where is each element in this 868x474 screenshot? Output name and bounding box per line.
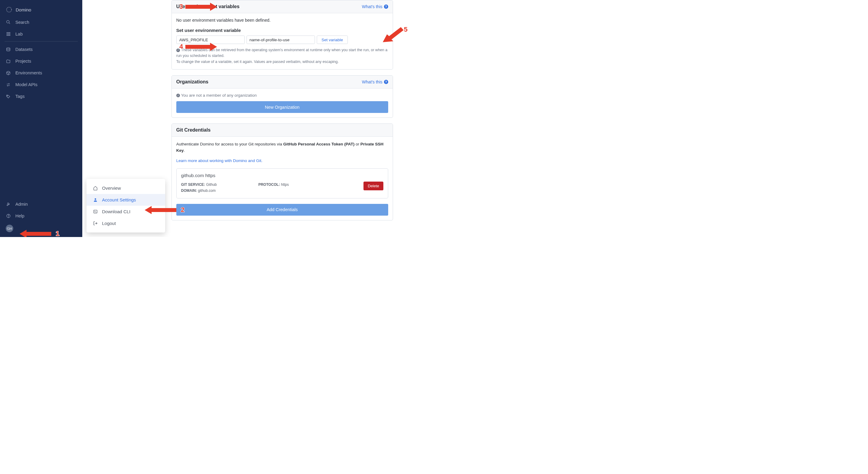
add-credentials-button[interactable]: Add Credentials [176,204,388,215]
domino-logo-icon [6,6,12,13]
user-initials: GH [7,227,12,230]
svg-rect-3 [7,32,7,33]
panel-title: User environment variables [176,4,240,9]
info-icon: i [176,94,180,97]
sidebar-label: Tags [16,94,25,99]
help-icon [6,213,11,218]
sidebar-label: Environments [16,70,42,75]
cred-meta-left: GIT SERVICE: Github DOMAIN: github.com [181,181,217,194]
env-name-input[interactable] [176,36,245,44]
user-menu-label: Logout [102,221,116,226]
svg-rect-10 [8,35,9,36]
svg-point-16 [95,198,96,200]
sidebar-item-datasets[interactable]: Datasets [0,44,82,56]
svg-rect-8 [9,33,10,34]
user-menu-label: Overview [102,185,121,191]
panel-user-env-vars: User environment variables What's this ?… [172,0,393,70]
set-variable-button[interactable]: Set variable [317,36,348,44]
sidebar-item-lab[interactable]: Lab [0,28,82,40]
git-learn-more-link[interactable]: Learn more about working with Domino and… [176,159,262,163]
svg-rect-5 [9,32,10,33]
panel-header-env: User environment variables What's this ? [172,0,393,13]
swap-icon [6,82,11,87]
brand-label: Domino [16,7,31,12]
cred-name: github.com https [181,173,383,178]
sidebar-item-environments[interactable]: Environments [0,67,82,79]
sidebar-label: Search [16,20,29,25]
user-menu-download-cli[interactable]: Download CLI [87,206,165,217]
svg-rect-7 [8,33,9,34]
whats-this-link[interactable]: What's this ? [362,4,388,9]
sidebar-item-projects[interactable]: Projects [0,56,82,67]
sidebar-item-search[interactable]: Search [0,16,82,28]
help-circle-icon: ? [384,4,388,9]
folder-icon [6,59,11,64]
sidebar-item-help[interactable]: Help [0,210,82,222]
env-help-line2: To change the value of a variable, set i… [176,60,339,64]
git-cred-card: github.com https GIT SERVICE: Github DOM… [176,168,388,198]
user-menu-label: Download CLI [102,209,130,214]
sidebar-item-tags[interactable]: Tags [0,91,82,102]
svg-point-12 [7,47,10,49]
svg-rect-6 [7,33,7,34]
env-help-text: iThese variables can be retrieved from t… [176,47,388,65]
svg-rect-4 [8,32,9,33]
user-menu-popup: Overview Account Settings Download CLI L… [87,179,165,233]
cred-meta-mid: PROTOCOL: https [258,181,289,188]
database-icon [6,47,11,52]
whats-this-label: What's this [362,79,382,84]
svg-rect-11 [9,35,10,36]
whats-this-link[interactable]: What's this ? [362,79,388,84]
sidebar-label: Projects [16,59,31,64]
search-icon [6,20,11,25]
home-icon [93,186,98,191]
whats-this-label: What's this [362,4,382,9]
sidebar: Domino Search Lab Datasets P [0,0,82,237]
info-icon: i [176,48,180,52]
panel-header-orgs: Organizations What's this ? [172,76,393,89]
sidebar-item-model-apis[interactable]: Model APIs [0,79,82,91]
env-form-row: Set variable [176,36,388,44]
git-auth-text: Authenticate Domino for access to your G… [176,141,388,154]
new-organization-button[interactable]: New Organization [176,101,388,113]
env-set-subtitle: Set user environment variable [176,28,388,33]
svg-point-15 [8,216,8,217]
user-menu-label: Account Settings [102,197,136,202]
user-menu-account-settings[interactable]: Account Settings [87,194,165,206]
svg-point-0 [7,7,12,12]
logout-icon [93,221,98,226]
svg-rect-9 [7,35,7,36]
svg-point-13 [7,96,7,96]
env-empty-message: No user environment variables have been … [176,18,388,23]
person-icon [93,198,98,202]
sidebar-label: Admin [16,202,28,207]
user-menu-overview[interactable]: Overview [87,182,165,194]
sidebar-item-admin[interactable]: Admin [0,198,82,210]
panel-git-credentials: Git Credentials Authenticate Domino for … [172,124,393,221]
wrench-icon [6,201,11,207]
cube-icon [6,70,11,76]
orgs-empty-message: i You are not a member of any organizati… [176,93,388,98]
panel-title: Git Credentials [176,127,211,133]
svg-point-1 [7,21,9,23]
sidebar-label: Help [16,213,24,218]
sidebar-label: Model APIs [16,82,37,87]
env-value-input[interactable] [247,36,315,44]
terminal-icon [93,209,98,214]
env-help-line1: These variables can be retrieved from th… [176,48,388,58]
sidebar-label: Datasets [16,47,33,52]
panel-organizations: Organizations What's this ? i You are no… [172,75,393,118]
user-avatar-badge[interactable]: GH [6,225,13,232]
help-circle-icon: ? [384,80,388,84]
panel-title: Organizations [176,79,209,84]
brand-row[interactable]: Domino [6,4,76,16]
delete-credential-button[interactable]: Delete [364,181,383,190]
apps-icon [6,31,11,36]
svg-line-2 [9,23,10,24]
tag-icon [6,94,11,99]
sidebar-label: Lab [16,32,23,36]
panel-header-git: Git Credentials [172,124,393,137]
user-menu-logout[interactable]: Logout [87,217,165,229]
